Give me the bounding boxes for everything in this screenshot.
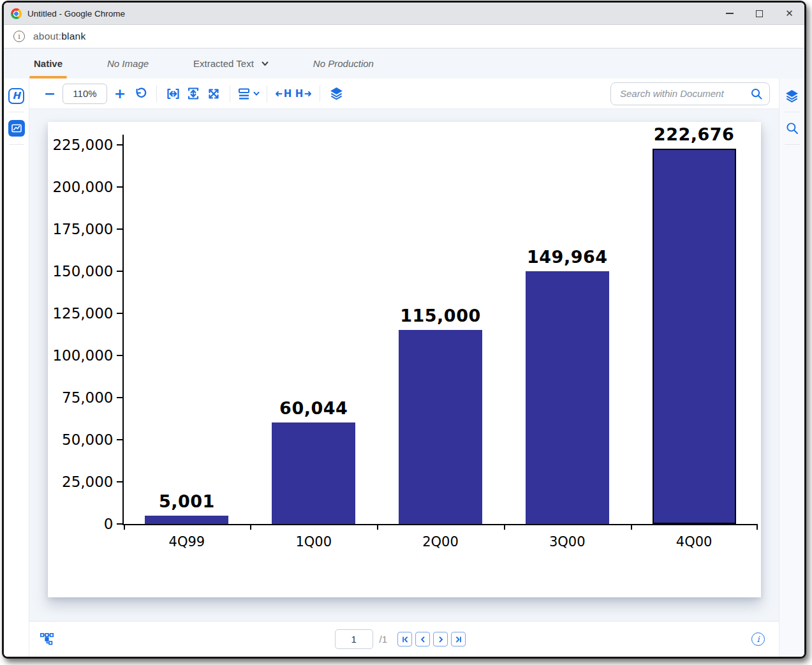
plot-area: 025,00050,00075,000100,000125,000150,000… xyxy=(122,135,758,525)
next-page-icon xyxy=(437,636,445,643)
window-controls: ✕ xyxy=(714,3,804,24)
arrow-left-icon xyxy=(275,90,283,98)
right-rail xyxy=(779,78,804,657)
fit-width-icon xyxy=(166,87,181,101)
browser-window: Untitled - Google Chrome ✕ i about:blank… xyxy=(4,3,804,657)
x-axis-tick xyxy=(757,524,758,530)
page-navigation xyxy=(397,632,466,646)
hyland-h-icon: H xyxy=(8,88,24,104)
url-bar: i about:blank xyxy=(4,25,804,49)
bar xyxy=(653,149,736,524)
thumbnails-button[interactable] xyxy=(40,632,54,646)
x-axis-tick xyxy=(631,524,632,530)
y-axis-tick-label: 225,000 xyxy=(52,137,113,154)
address-text[interactable]: about:blank xyxy=(33,31,85,42)
y-axis-tick xyxy=(117,481,122,482)
x-axis-category-label: 1Q00 xyxy=(250,534,377,549)
bar-value-label: 149,964 xyxy=(504,247,631,267)
layers-button[interactable] xyxy=(327,84,345,104)
minimize-button[interactable] xyxy=(714,3,744,24)
chevron-down-icon xyxy=(253,91,260,96)
zoom-in-button[interactable]: + xyxy=(111,84,129,104)
hit-h-glyph: H xyxy=(284,88,292,100)
rail-divider xyxy=(785,144,800,145)
bar-value-label: 222,676 xyxy=(631,124,758,144)
bar xyxy=(399,330,482,524)
page-layout-icon xyxy=(237,87,251,101)
bar xyxy=(526,271,609,524)
bar-value-label: 115,000 xyxy=(377,306,504,325)
document-page: 025,00050,00075,000100,000125,000150,000… xyxy=(48,122,761,597)
info-glyph: i xyxy=(757,634,759,644)
x-axis-category-label: 2Q00 xyxy=(377,534,504,549)
x-axis-category-label: 4Q99 xyxy=(124,534,251,549)
y-axis-tick-label: 75,000 xyxy=(62,389,113,407)
maximize-button[interactable] xyxy=(744,3,774,24)
page-total-label: /1 xyxy=(380,634,388,645)
tab-extracted-text[interactable]: Extracted Text xyxy=(189,49,273,78)
y-axis-tick xyxy=(117,439,122,440)
layers-panel-button[interactable] xyxy=(779,82,804,110)
previous-page-button[interactable] xyxy=(415,632,430,646)
url-host: blank xyxy=(61,31,85,41)
x-axis-tick xyxy=(377,524,378,530)
rail-divider xyxy=(785,112,800,112)
search-icon[interactable] xyxy=(750,87,763,100)
document-search-box[interactable] xyxy=(610,82,770,105)
x-axis-tick xyxy=(250,524,251,530)
page-info-icon[interactable]: i xyxy=(13,31,25,42)
maximize-icon xyxy=(756,10,763,17)
pager: /1 xyxy=(335,629,466,649)
bar-value-label: 5,001 xyxy=(124,491,251,511)
x-axis-tick xyxy=(504,524,505,530)
y-axis-tick-label: 150,000 xyxy=(52,263,113,280)
previous-hit-button[interactable]: H xyxy=(274,84,292,104)
rotate-button[interactable] xyxy=(131,84,149,104)
window-title: Untitled - Google Chrome xyxy=(27,9,125,19)
info-icon[interactable]: i xyxy=(751,632,765,646)
toolbar-divider xyxy=(320,86,320,102)
x-axis-category-label: 4Q00 xyxy=(631,534,758,549)
tab-no-image-label: No Image xyxy=(107,58,149,69)
zoom-out-button[interactable]: − xyxy=(41,84,59,104)
toolbar-divider xyxy=(156,86,157,102)
document-viewport[interactable]: 025,00050,00075,000100,000125,000150,000… xyxy=(29,109,779,621)
y-axis-tick xyxy=(117,313,122,314)
search-panel-button[interactable] xyxy=(779,114,804,142)
first-page-icon xyxy=(401,636,409,643)
tab-native[interactable]: Native xyxy=(29,49,67,78)
zoom-level-input[interactable] xyxy=(63,84,107,104)
plus-icon: + xyxy=(114,87,126,101)
tab-native-label: Native xyxy=(34,58,63,69)
image-view-button[interactable] xyxy=(4,114,29,142)
rotate-icon xyxy=(134,87,147,100)
search-input[interactable] xyxy=(620,88,750,99)
viewer-bottombar: /1 i xyxy=(29,621,779,657)
tab-no-image[interactable]: No Image xyxy=(103,49,153,78)
close-button[interactable]: ✕ xyxy=(774,3,804,24)
toolbar-divider xyxy=(267,86,267,102)
y-axis-tick xyxy=(117,397,122,398)
page-layout-button[interactable] xyxy=(237,84,260,104)
first-page-button[interactable] xyxy=(397,632,412,646)
hyland-viewer-button[interactable]: H xyxy=(4,82,29,110)
y-axis-tick xyxy=(117,228,122,230)
layers-icon xyxy=(329,86,344,101)
last-page-button[interactable] xyxy=(451,632,466,646)
tab-no-production-label: No Production xyxy=(313,58,374,69)
fit-width-button[interactable] xyxy=(164,84,182,104)
minimize-icon xyxy=(726,13,734,14)
minus-icon: − xyxy=(44,87,55,101)
tab-no-production[interactable]: No Production xyxy=(309,49,378,78)
fit-screen-button[interactable] xyxy=(205,84,223,104)
tab-extracted-text-label: Extracted Text xyxy=(193,58,254,69)
page-number-input[interactable] xyxy=(335,629,373,649)
bottombar-right: i xyxy=(751,632,771,646)
fit-height-button[interactable] xyxy=(184,84,202,104)
y-axis-tick-label: 50,000 xyxy=(62,431,113,449)
viewer-toolbar: − + xyxy=(29,78,779,109)
next-hit-button[interactable]: H xyxy=(295,84,313,104)
url-scheme: about: xyxy=(33,31,61,41)
layers-icon xyxy=(785,89,799,103)
next-page-button[interactable] xyxy=(433,632,448,646)
